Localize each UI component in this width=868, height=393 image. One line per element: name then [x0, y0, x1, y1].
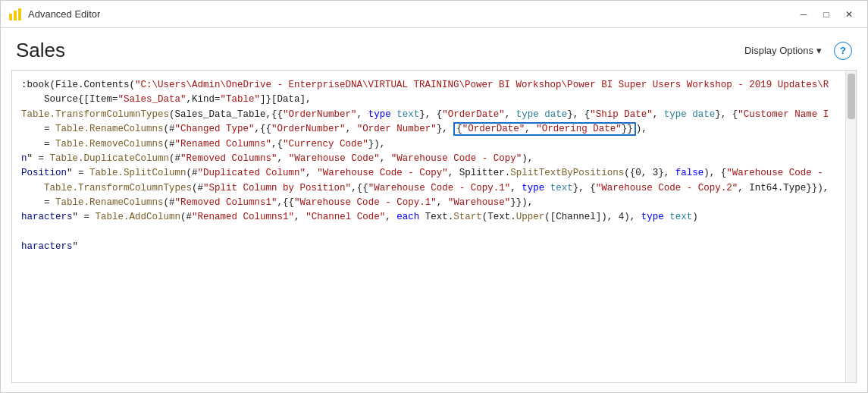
scrollbar-thumb[interactable] — [848, 74, 855, 119]
main-content: Sales Display Options ▾ ? :book(File.Con… — [1, 28, 867, 393]
title-bar: Advanced Editor ─ □ ✕ — [1, 1, 867, 28]
help-button[interactable]: ? — [834, 42, 852, 60]
title-bar-controls: ─ □ ✕ — [793, 5, 860, 24]
chevron-down-icon: ▾ — [816, 45, 822, 56]
header-right: Display Options ▾ ? — [740, 42, 852, 60]
vertical-scrollbar[interactable] — [845, 71, 856, 382]
app-logo-icon — [8, 8, 22, 21]
svg-rect-2 — [18, 8, 21, 20]
svg-rect-0 — [9, 14, 12, 20]
code-content[interactable]: :book(File.Contents("C:\Users\Admin\OneD… — [12, 71, 845, 382]
close-button[interactable]: ✕ — [838, 5, 860, 24]
code-editor-area[interactable]: :book(File.Contents("C:\Users\Admin\OneD… — [11, 70, 857, 383]
minimize-button[interactable]: ─ — [793, 5, 814, 24]
display-options-button[interactable]: Display Options ▾ — [740, 42, 826, 59]
maximize-button[interactable]: □ — [816, 5, 837, 24]
title-bar-title: Advanced Editor — [28, 8, 100, 20]
title-bar-left: Advanced Editor — [8, 8, 100, 21]
page-title: Sales — [16, 39, 65, 62]
editor-header: Sales Display Options ▾ ? — [1, 28, 867, 70]
svg-rect-1 — [14, 11, 17, 20]
code-text: :book(File.Contents("C:\Users\Admin\OneD… — [21, 80, 829, 252]
display-options-label: Display Options — [744, 45, 813, 56]
